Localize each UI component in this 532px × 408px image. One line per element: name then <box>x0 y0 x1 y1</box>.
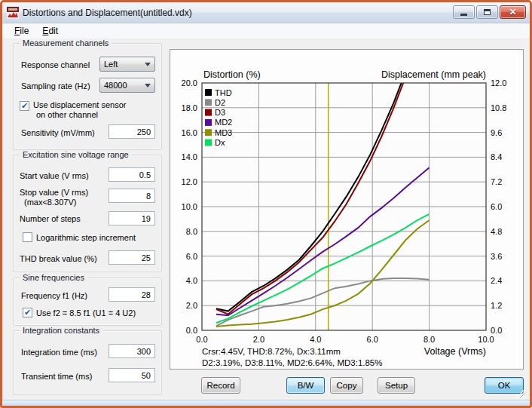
legend-swatch-MD2 <box>205 119 212 126</box>
response-channel-label: Response channel <box>21 60 90 69</box>
dialog-body: Measurement channels Response channel Le… <box>2 39 530 400</box>
right-tick-label: 1.2 <box>491 301 502 310</box>
start-value-label: Start value (V rms) <box>20 171 89 180</box>
distortion-displacement-chart[interactable]: Distortion (%) Displacement (mm peak) Vo… <box>170 50 523 369</box>
bw-button[interactable]: B/W <box>286 377 325 394</box>
minimize-icon <box>460 14 467 16</box>
legend-label-MD2: MD2 <box>215 118 232 127</box>
maximize-button[interactable] <box>476 5 498 19</box>
close-button[interactable]: ✕ <box>500 5 526 19</box>
response-channel-value: Left <box>104 60 118 69</box>
response-channel-select[interactable]: Left <box>99 57 155 72</box>
sampling-rate-value: 48000 <box>104 81 127 90</box>
stop-value-label: Stop value (V rms) <box>20 188 88 197</box>
transient-time-label: Transient time (ms) <box>21 372 92 381</box>
legend-label-D2: D2 <box>215 98 225 107</box>
logarithmic-step-checkbox[interactable] <box>23 232 32 242</box>
integration-time-input[interactable] <box>109 344 155 358</box>
right-tick-label: 2.4 <box>491 276 502 285</box>
number-of-steps-label: Number of steps <box>20 214 81 223</box>
right-tick-label: 6.0 <box>491 202 502 211</box>
left-tick-label: 6.0 <box>186 252 197 261</box>
minimize-button[interactable] <box>453 5 475 19</box>
right-tick-label: 3.6 <box>491 252 502 261</box>
sensitivity-input[interactable] <box>109 124 155 139</box>
thd-break-label: THD break value (%) <box>20 254 97 263</box>
thd-break-input[interactable] <box>109 250 155 265</box>
legend-label-MD3: MD3 <box>215 128 232 137</box>
right-tick-label: 4.8 <box>491 227 502 236</box>
x-tick-label: 2.0 <box>253 335 264 344</box>
left-axis-title: Distortion (%) <box>203 69 261 80</box>
right-tick-label: 7.2 <box>491 177 502 186</box>
chevron-down-icon <box>145 84 151 87</box>
left-tick-label: 20.0 <box>182 78 197 87</box>
cursor-readout-line2: D2:3.19%, D3:8.11%, MD2:6.64%, MD3:1.85% <box>202 358 383 367</box>
title-bar[interactable]: Distortions and Displacement(untitled.vd… <box>2 2 530 23</box>
number-of-steps-input[interactable] <box>109 211 155 225</box>
legend-swatch-MD3 <box>205 129 212 136</box>
stop-value-input[interactable] <box>109 189 155 203</box>
x-axis-title: Voltage (Vrms) <box>424 346 486 357</box>
group-measurement-channels: Measurement channels Response channel Le… <box>13 43 162 150</box>
app-window: Distortions and Displacement(untitled.vd… <box>0 0 532 408</box>
group-title: Sine frequencies <box>20 273 87 282</box>
frequency-f1-label: Frequency f1 (Hz) <box>21 291 87 300</box>
legend-label-THD: THD <box>215 88 232 97</box>
legend-swatch-Dx <box>205 140 212 146</box>
left-tick-label: 14.0 <box>182 152 197 161</box>
window-title: Distortions and Displacement(untitled.vd… <box>23 8 192 18</box>
sampling-rate-select[interactable]: 48000 <box>99 78 155 93</box>
setup-button[interactable]: Setup <box>378 377 415 394</box>
group-excitation-range: Excitation sine voltage range Start valu… <box>13 155 162 272</box>
use-f2-label: Use f2 = 8.5 f1 (U1 = 4 U2) <box>36 308 136 318</box>
left-tick-label: 4.0 <box>186 276 197 285</box>
frequency-f1-input[interactable] <box>109 287 155 302</box>
window-frame-bottom <box>2 400 530 406</box>
x-tick-label: 8.0 <box>423 335 435 344</box>
legend-swatch-D3 <box>205 109 212 116</box>
record-button[interactable]: Record <box>201 377 240 394</box>
chart-panel: Distortion (%) Displacement (mm peak) Vo… <box>170 49 524 370</box>
copy-button[interactable]: Copy <box>330 377 363 394</box>
app-icon <box>7 7 19 19</box>
right-axis-title: Displacement (mm peak) <box>381 69 486 80</box>
left-tick-label: 8.0 <box>186 227 197 236</box>
menu-file[interactable]: File <box>8 24 35 38</box>
left-tick-label: 0.0 <box>186 326 197 335</box>
sensitivity-label: Sensitivity (mV/mm) <box>21 128 95 137</box>
legend-label-Dx: Dx <box>215 138 225 147</box>
x-tick-label: 0.0 <box>196 335 207 344</box>
close-icon: ✕ <box>509 8 516 17</box>
right-tick-label: 0.0 <box>491 326 502 335</box>
transient-time-input[interactable] <box>109 368 155 382</box>
left-tick-label: 16.0 <box>182 128 197 137</box>
left-tick-label: 10.0 <box>182 202 197 211</box>
group-title: Integration constants <box>20 326 102 335</box>
x-tick-label: 6.0 <box>367 335 378 344</box>
stop-value-max-label: (max<8.307V) <box>24 198 76 207</box>
displacement-sensor-checkbox[interactable] <box>20 101 29 111</box>
ok-button[interactable]: OK <box>485 377 524 394</box>
group-integration-constants: Integration constants Integration time (… <box>13 330 162 395</box>
chevron-down-icon <box>145 63 151 66</box>
start-value-input[interactable] <box>109 167 155 182</box>
left-tick-label: 18.0 <box>182 103 197 112</box>
left-tick-label: 12.0 <box>182 177 197 186</box>
legend-swatch-D2 <box>205 99 212 106</box>
legend-label-D3: D3 <box>215 108 225 117</box>
group-title: Excitation sine voltage range <box>20 150 132 159</box>
menu-edit[interactable]: Edit <box>36 24 64 38</box>
group-sine-frequencies: Sine frequencies Frequency f1 (Hz) Use f… <box>13 278 162 326</box>
integration-time-label: Integration time (ms) <box>21 348 97 357</box>
displacement-sensor-label: Use displacement sensor <box>33 100 127 109</box>
x-tick-label: 10.0 <box>478 335 494 344</box>
logarithmic-step-label: Logarithmic step increment <box>36 233 136 242</box>
maximize-icon <box>484 9 491 15</box>
cursor-readout-line1: Crsr:4.45V, THD:8.72%, Dx:3.11mm <box>202 347 341 356</box>
displacement-sensor-label-2: on other channel <box>36 110 98 119</box>
use-f2-checkbox[interactable] <box>23 308 32 318</box>
x-tick-label: 4.0 <box>310 335 321 344</box>
right-tick-label: 12.0 <box>491 78 506 87</box>
right-tick-label: 10.8 <box>491 103 506 112</box>
